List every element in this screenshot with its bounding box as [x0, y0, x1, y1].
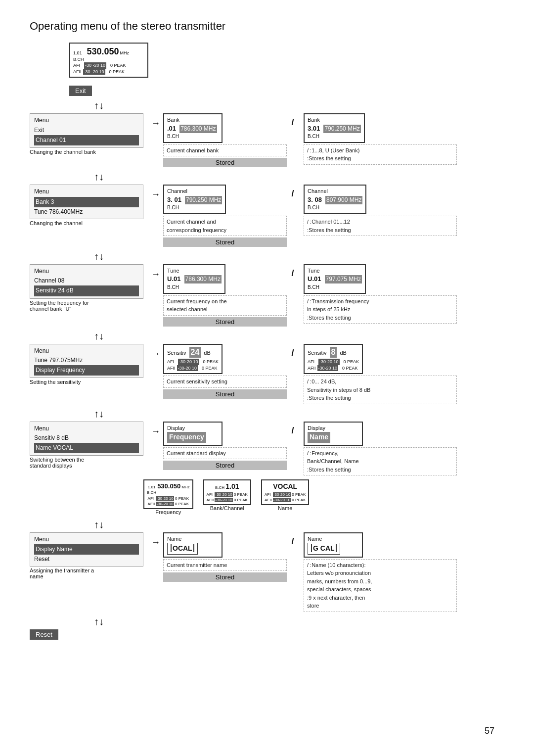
right-bank: Bank 3.01 790.250 MHz B.CH / :1...8, U (… — [299, 113, 457, 165]
mid-name: Name OCAL Current transmitter name Store… — [163, 532, 287, 582]
top-lcd-display: 1.01B.CH 530.050MHz AFI -30 -20 10 0 PEA… — [69, 43, 504, 78]
reset-bar[interactable]: Reset — [30, 629, 58, 640]
nav-arrows-3: ↑↓ — [94, 251, 104, 262]
channel-mid-info: Current channel and corresponding freque… — [163, 216, 287, 236]
display-sub: Switching between the standard displays — [30, 457, 143, 469]
nav-arrows-5: ↑↓ — [94, 408, 104, 420]
page-title: Operating menu of the stereo transmitter — [30, 20, 504, 33]
section-bank: Menu Exit Channel 01 Changing the channe… — [30, 113, 504, 167]
left-menu-channel: Menu Bank 3 Tune 786.400MHz Changing the… — [30, 185, 148, 226]
display-menu1: Menu — [34, 424, 139, 433]
mid-sensitiv: Sensitiv 24 dB AFI -30-20 10 0 PEAK AFII… — [163, 344, 287, 399]
nav-arrows-7: ↑↓ — [94, 616, 104, 627]
name-menu1: Menu — [34, 535, 139, 544]
arrow-sensitiv: → — [148, 344, 163, 359]
arrow-bank: → — [148, 113, 163, 129]
display-menu3: Name VOCAL — [34, 443, 139, 453]
name-sub: Assigning the transmitter a name — [30, 567, 143, 579]
name-mid-info: Current transmitter name — [163, 559, 287, 571]
bank-right-info: / :1...8, U (User Bank) :Stores the sett… — [304, 144, 457, 165]
sensitiv-menu1: Menu — [34, 346, 139, 356]
section-sensitiv: Menu Tune 797.075MHz Display Frequency S… — [30, 344, 504, 404]
display-name-label: Name — [261, 505, 309, 511]
name-menu3: Reset — [34, 555, 139, 564]
name-right-info: / :Name (10 characters): Letters w/o pro… — [304, 559, 457, 612]
slash-display: / — [287, 422, 299, 436]
sensitiv-sub: Setting the sensitivity — [30, 379, 143, 385]
channel-menu2: Bank 3 — [34, 197, 139, 207]
channel-stored: Stored — [163, 237, 287, 247]
slash-name: / — [287, 532, 299, 547]
right-sensitiv: Sensitiv 8 dB AFI -30-20 10 0 PEAK AFII … — [299, 344, 457, 404]
sensitiv-menu2: Tune 797.075MHz — [34, 356, 139, 365]
nav-arrows-4: ↑↓ — [94, 331, 104, 342]
tune-menu1: Menu — [34, 267, 139, 276]
sensitiv-menu3: Display Frequency — [34, 365, 139, 376]
left-menu-name: Menu Display Name Reset Assigning the tr… — [30, 532, 148, 580]
channel-menu1: Menu — [34, 187, 139, 196]
name-stored: Stored — [163, 572, 287, 582]
nav-arrows-2: ↑↓ — [94, 171, 104, 183]
display-stored: Stored — [163, 461, 287, 470]
section-channel: Menu Bank 3 Tune 786.400MHz Changing the… — [30, 185, 504, 247]
menu-line2: Exit — [34, 126, 139, 135]
display-bankchannel-example: B.CH 1.01 AFI -30-20 10 0 PEAK AFII -30-… — [203, 479, 251, 511]
display-right-info: / :Frequency, Bank/Channel, Name :Stores… — [304, 447, 457, 476]
arrow-display: → — [148, 422, 163, 437]
section-name: Menu Display Name Reset Assigning the tr… — [30, 532, 504, 640]
sensitiv-stored: Stored — [163, 389, 287, 399]
display-freq-example: 1.01B.CH 530.050MHz AFI -30-20 10 0 PEAK… — [143, 479, 193, 515]
tune-sub: Setting the frequency for channel bank "… — [30, 300, 143, 312]
page-number: 57 — [485, 726, 494, 736]
slash-bank: / — [287, 113, 299, 128]
tune-right-info: / :Transmission frequency in steps of 25… — [304, 295, 457, 324]
slash-channel: / — [287, 185, 299, 199]
diagram: 1.01B.CH 530.050MHz AFI -30 -20 10 0 PEA… — [30, 43, 504, 640]
right-tune: Tune U.01 797.075 MHz B.CH / :Transmissi… — [299, 264, 457, 324]
bank-sub: Changing the channel bank — [30, 149, 143, 155]
right-display: Display Name / :Frequency, Bank/Channel,… — [299, 422, 457, 475]
tune-stored: Stored — [163, 317, 287, 327]
sensitiv-right-info: / :0... 24 dB, Sensitivity in steps of 8… — [304, 376, 457, 404]
tune-menu2: Channel 08 — [34, 276, 139, 285]
name-menu2: Display Name — [34, 544, 139, 555]
left-menu-sensitiv: Menu Tune 797.075MHz Display Frequency S… — [30, 344, 148, 385]
section-tune: Menu Channel 08 Sensitiv 24 dB Setting t… — [30, 264, 504, 327]
bank-mid-info: Current channel bank — [163, 144, 287, 157]
display-freq-label: Frequency — [143, 509, 193, 515]
nav-arrows-1: ↑↓ — [94, 100, 104, 111]
mid-display: Display Frequency Current standard displ… — [163, 422, 287, 470]
slash-sensitiv: / — [287, 344, 299, 358]
arrow-tune: → — [148, 264, 163, 280]
right-channel: Channel 3. 08 807.900 MHz B.CH / :Channe… — [299, 185, 457, 236]
slash-tune: / — [287, 264, 299, 279]
channel-right-info: / :Channel 01...12 :Stores the setting — [304, 216, 457, 236]
channel-sub: Changing the channel — [30, 220, 143, 226]
left-menu-display: Menu Sensitiv 8 dB Name VOCAL Switching … — [30, 422, 148, 469]
display-mid-info: Current standard display — [163, 447, 287, 460]
arrow-name: → — [148, 532, 163, 548]
menu-line3: Channel 01 — [34, 135, 139, 145]
mid-tune: Tune U.01 786.300 MHz B.CH Current frequ… — [163, 264, 287, 327]
tune-menu3: Sensitiv 24 dB — [34, 285, 139, 296]
bank-stored: Stored — [163, 158, 287, 167]
arrow-channel: → — [148, 185, 163, 200]
mid-channel: Channel 3. 01 790.250 MHz B.CH Current c… — [163, 185, 287, 247]
mid-bank: Bank .01 786.300 MHz B.CH Current channe… — [163, 113, 287, 167]
exit-bar[interactable]: Exit — [69, 86, 92, 96]
left-menu-bank: Menu Exit Channel 01 Changing the channe… — [30, 113, 148, 155]
display-name-example: VOCAL AFI -30-20 10 0 PEAK AFII -30-20 1… — [261, 479, 309, 511]
section-display: Menu Sensitiv 8 dB Name VOCAL Switching … — [30, 422, 504, 515]
left-menu-tune: Menu Channel 08 Sensitiv 24 dB Setting t… — [30, 264, 148, 312]
sensitiv-mid-info: Current sensitivity setting — [163, 376, 287, 388]
channel-menu3: Tune 786.400MHz — [34, 207, 139, 217]
nav-arrows-6: ↑↓ — [94, 519, 104, 530]
display-bankchannel-label: Bank/Channel — [203, 505, 251, 511]
tune-mid-info: Current frequency on the selected channe… — [163, 295, 287, 316]
menu-line1: Menu — [34, 116, 139, 125]
right-name: Name G CAL / :Name (10 characters): Lett… — [299, 532, 457, 612]
display-menu2: Sensitiv 8 dB — [34, 433, 139, 443]
